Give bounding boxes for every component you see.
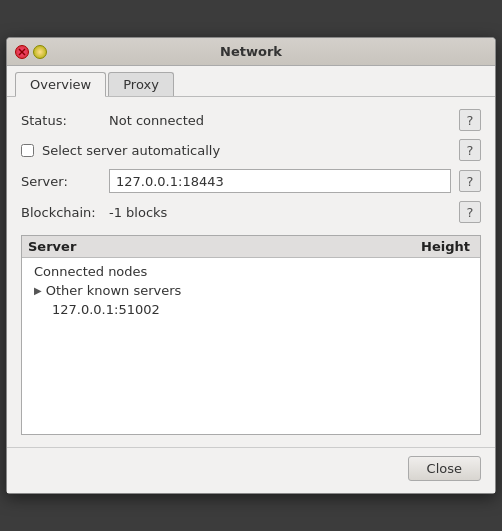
tree-item-connected-nodes[interactable]: Connected nodes	[22, 262, 480, 281]
select-server-label: Select server automatically	[42, 143, 451, 158]
server-tree-panel[interactable]: Server Height Connected nodes ▶ Other kn…	[21, 235, 481, 435]
blockchain-help-button[interactable]: ?	[459, 201, 481, 223]
blockchain-row: Blockchain: -1 blocks ?	[21, 201, 481, 223]
server-input[interactable]	[109, 169, 451, 193]
tab-bar: Overview Proxy	[7, 66, 495, 97]
server-row: Server: ?	[21, 169, 481, 193]
status-help-button[interactable]: ?	[459, 109, 481, 131]
window-close-button[interactable]	[15, 45, 29, 59]
status-label: Status:	[21, 113, 101, 128]
select-server-help-button[interactable]: ?	[459, 139, 481, 161]
tree-item-server-127[interactable]: 127.0.0.1:51002	[22, 300, 480, 319]
other-servers-label: Other known servers	[46, 283, 182, 298]
title-bar-buttons	[15, 45, 47, 59]
server-help-button[interactable]: ?	[459, 170, 481, 192]
status-row: Status: Not connected ?	[21, 109, 481, 131]
status-value: Not connected	[109, 113, 451, 128]
tab-overview[interactable]: Overview	[15, 72, 106, 97]
footer: Close	[7, 447, 495, 493]
connected-nodes-label: Connected nodes	[34, 264, 147, 279]
window-minimize-button[interactable]	[33, 45, 47, 59]
title-bar: Network	[7, 38, 495, 66]
tree-header-server: Server	[28, 239, 421, 254]
tree-header-height: Height	[421, 239, 470, 254]
blockchain-label: Blockchain:	[21, 205, 101, 220]
close-button[interactable]: Close	[408, 456, 481, 481]
tree-arrow-icon: ▶	[34, 285, 42, 296]
network-window: Network Overview Proxy Status: Not conne…	[6, 37, 496, 494]
x-icon	[18, 48, 26, 56]
select-server-row: Select server automatically ?	[21, 139, 481, 161]
overview-content: Status: Not connected ? Select server au…	[7, 97, 495, 447]
window-title: Network	[220, 44, 282, 59]
tab-proxy[interactable]: Proxy	[108, 72, 174, 96]
tree-header: Server Height	[22, 236, 480, 258]
server-address-label: 127.0.0.1:51002	[52, 302, 160, 317]
tree-item-other-servers[interactable]: ▶ Other known servers	[22, 281, 480, 300]
blockchain-value: -1 blocks	[109, 205, 451, 220]
tree-body: Connected nodes ▶ Other known servers 12…	[22, 258, 480, 323]
select-server-checkbox[interactable]	[21, 144, 34, 157]
server-label: Server:	[21, 174, 101, 189]
